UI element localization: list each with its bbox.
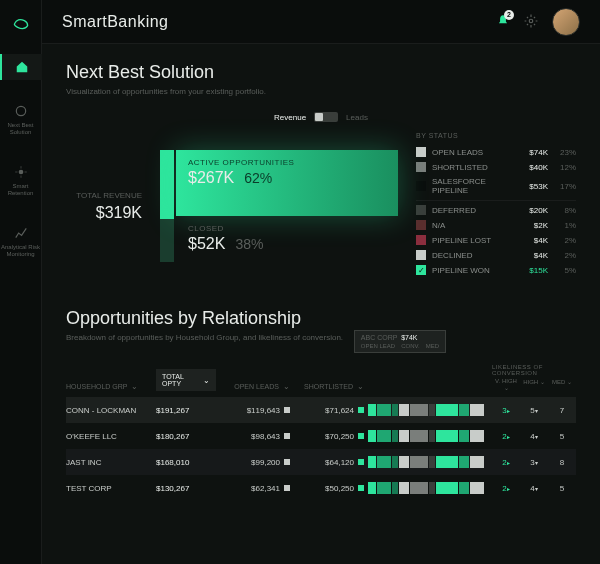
- swatch-icon: [358, 433, 364, 439]
- status-swatch: [416, 181, 426, 191]
- status-row[interactable]: SHORTLISTED$40K12%: [416, 162, 576, 172]
- active-opportunities-block[interactable]: ACTIVE OPPORTUNITIES $267K 62%: [176, 150, 398, 216]
- status-name: N/A: [432, 221, 508, 230]
- status-amount: $53K: [514, 182, 548, 191]
- status-name: SHORTLISTED: [432, 163, 508, 172]
- td-opty: $180,267: [156, 432, 216, 441]
- check-icon: ✓: [416, 265, 426, 275]
- td-opty: $168,010: [156, 458, 216, 467]
- status-amount: $40K: [514, 163, 548, 172]
- nav-smart-retention[interactable]: Smart Retention: [0, 159, 42, 202]
- toggle-label-revenue: Revenue: [274, 113, 306, 122]
- th-open-leads[interactable]: OPEN LEADS⌄: [220, 382, 290, 391]
- td-open-leads: $98,643: [220, 432, 290, 441]
- swatch-icon: [358, 485, 364, 491]
- status-name: DEFERRED: [432, 206, 508, 215]
- relationship-table: HOUSEHOLD GRP⌄ TOTAL OPTY⌄ OPEN LEADS⌄ S…: [66, 358, 576, 501]
- nav-label: Analytical Risk Monitoring: [0, 244, 42, 257]
- app-logo: [9, 12, 33, 36]
- svg-point-1: [18, 170, 23, 175]
- status-name: OPEN LEADS: [432, 148, 508, 157]
- td-open-leads: $119,643: [220, 406, 290, 415]
- td-likeliness: 2▸4▾5: [492, 432, 576, 441]
- td-likeliness: 2▸3▾8: [492, 458, 576, 467]
- status-breakdown: BY STATUS OPEN LEADS$74K23%SHORTLISTED$4…: [416, 132, 576, 280]
- closed-amount: $52K: [188, 235, 225, 253]
- status-pct: 12%: [554, 163, 576, 172]
- th-vhigh[interactable]: V. HIGH ⌄: [492, 378, 520, 391]
- status-pct: 2%: [554, 236, 576, 245]
- nav-next-best-solution[interactable]: Next Best Solution: [0, 98, 42, 141]
- status-name: PIPELINE WON: [432, 266, 508, 275]
- table-row[interactable]: JAST INC$168,010$99,200$64,1202▸3▾8: [66, 449, 576, 475]
- table-row[interactable]: TEST CORP$130,267$62,341$50,2502▸4▾5: [66, 475, 576, 501]
- status-name: SALESFORCE PIPELINE: [432, 177, 508, 195]
- revenue-leads-toggle[interactable]: [314, 112, 338, 122]
- status-name: DECLINED: [432, 251, 508, 260]
- status-pct: 17%: [554, 182, 576, 191]
- status-amount: $2K: [514, 221, 548, 230]
- status-swatch: [416, 162, 426, 172]
- chart-tooltip: ABC CORP $74K OPEN LEADCONV.MED: [354, 330, 446, 353]
- status-amount: $4K: [514, 236, 548, 245]
- rel-subtitle: Breakdown of opportunities by Household …: [66, 333, 576, 342]
- status-swatch: [416, 220, 426, 230]
- status-swatch: [416, 250, 426, 260]
- status-amount: $20K: [514, 206, 548, 215]
- status-row[interactable]: OPEN LEADS$74K23%: [416, 147, 576, 157]
- stacked-bar-indicator: [160, 150, 174, 262]
- td-open-leads: $99,200: [220, 458, 290, 467]
- status-row[interactable]: DEFERRED$20K8%: [416, 205, 576, 215]
- table-row[interactable]: CONN - LOCKMAN$191,267$119,643$71,6243▸5…: [66, 397, 576, 423]
- sort-icon: ⌄: [283, 382, 290, 391]
- nav-analytical-risk[interactable]: Analytical Risk Monitoring: [0, 220, 42, 263]
- th-med[interactable]: MED ⌄: [548, 378, 576, 391]
- td-opty: $130,267: [156, 484, 216, 493]
- th-likeliness: LIKELINESS OF CONVERSION: [492, 364, 576, 376]
- status-row[interactable]: N/A$2K1%: [416, 220, 576, 230]
- td-open-leads: $62,341: [220, 484, 290, 493]
- th-total-opty[interactable]: TOTAL OPTY⌄: [156, 369, 216, 391]
- row-minibar: [368, 429, 488, 443]
- topbar: SmartBanking 2: [42, 0, 600, 44]
- th-household-grp[interactable]: HOUSEHOLD GRP⌄: [66, 382, 152, 391]
- notification-badge: 2: [504, 10, 514, 20]
- status-amount: $4K: [514, 251, 548, 260]
- td-shortlisted: $71,624: [294, 406, 364, 415]
- nbs-title: Next Best Solution: [66, 62, 576, 83]
- table-row[interactable]: O'KEEFE LLC$180,267$98,643$70,2502▸4▾5: [66, 423, 576, 449]
- status-row[interactable]: SALESFORCE PIPELINE$53K17%: [416, 177, 576, 195]
- nbs-subtitle: Visualization of opportunities from your…: [66, 87, 576, 96]
- closed-block[interactable]: CLOSED $52K 38%: [176, 216, 398, 262]
- nav-home[interactable]: [0, 54, 42, 80]
- status-row[interactable]: ✓PIPELINE WON$15K5%: [416, 265, 576, 275]
- swatch-icon: [284, 459, 290, 465]
- svg-point-2: [529, 19, 533, 23]
- th-high[interactable]: HIGH ⌄: [520, 378, 548, 391]
- status-row[interactable]: PIPELINE LOST$4K2%: [416, 235, 576, 245]
- settings-icon[interactable]: [524, 14, 538, 30]
- notifications-icon[interactable]: 2: [496, 14, 510, 30]
- active-pct: 62%: [244, 170, 272, 186]
- row-minibar: [368, 481, 488, 495]
- row-minibar: [368, 455, 488, 469]
- revenue-chart: TOTAL REVENUE $319K ACTIVE OPPORTUNITIES: [66, 132, 576, 280]
- status-amount: $74K: [514, 148, 548, 157]
- swatch-icon: [358, 407, 364, 413]
- status-pct: 23%: [554, 148, 576, 157]
- td-household: JAST INC: [66, 458, 152, 467]
- nav-label: Smart Retention: [0, 183, 42, 196]
- status-pct: 2%: [554, 251, 576, 260]
- sort-icon: ⌄: [357, 382, 364, 391]
- user-avatar[interactable]: [552, 8, 580, 36]
- swatch-icon: [358, 459, 364, 465]
- swatch-icon: [284, 485, 290, 491]
- sort-icon: ⌄: [203, 376, 210, 385]
- swatch-icon: [284, 407, 290, 413]
- rel-title: Opportunities by Relationship: [66, 308, 576, 329]
- th-shortlisted[interactable]: SHORTLISTED⌄: [294, 382, 364, 391]
- status-row[interactable]: DECLINED$4K2%: [416, 250, 576, 260]
- td-likeliness: 3▸5▾7: [492, 406, 576, 415]
- total-revenue-label: TOTAL REVENUE: [66, 191, 142, 200]
- swatch-icon: [284, 433, 290, 439]
